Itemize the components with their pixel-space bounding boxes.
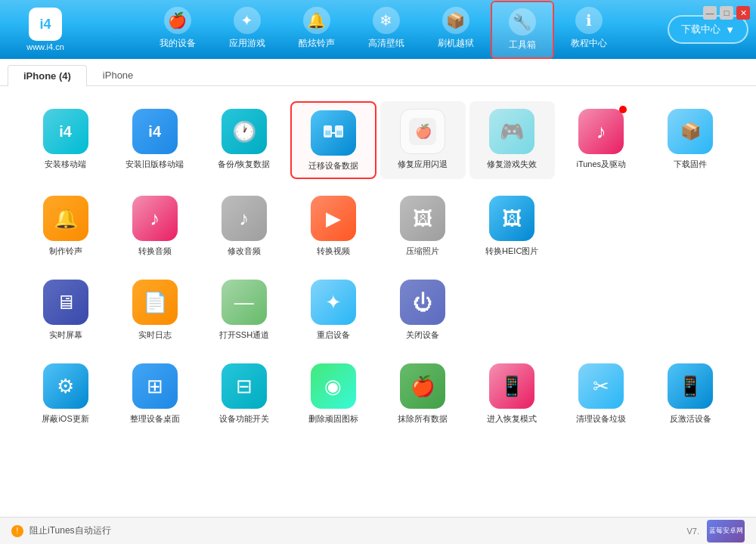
nav-item-wallpapers[interactable]: ❄高清壁纸: [352, 1, 421, 59]
convert-heic-label: 转换HEIC图片: [485, 246, 538, 257]
tool-make-ringtone[interactable]: 🔔制作铃声: [23, 188, 108, 263]
svg-text:▤: ▤: [325, 129, 331, 136]
logo-url: www.i4.cn: [26, 42, 64, 51]
compress-photo-icon: 🖼: [400, 196, 445, 241]
tool-shutdown[interactable]: ⏻关闭设备: [380, 272, 466, 347]
migrate-data-label: 迁移设备数据: [308, 160, 358, 172]
tool-migrate-data[interactable]: ▤▤迁移设备数据: [290, 101, 376, 179]
download-firmware-icon: 📦: [668, 109, 713, 154]
open-ssh-label: 打开SSH通道: [219, 329, 270, 341]
header: i4 www.i4.cn 🍎我的设备✦应用游戏🔔酷炫铃声❄高清壁纸📦刷机越狱🔧工…: [0, 0, 756, 59]
apps-games-label: 应用游戏: [229, 37, 265, 50]
fix-game-label: 修复游戏失效: [487, 159, 537, 170]
toolbox-label: 工具箱: [509, 39, 536, 51]
backup-restore-label: 备份/恢复数据: [218, 159, 270, 170]
close-button[interactable]: ✕: [736, 6, 750, 20]
tool-anti-activate[interactable]: 📱反激活设备: [648, 356, 733, 431]
install-old-label: 安装旧版移动端: [125, 159, 184, 170]
tool-fix-app[interactable]: 🍎修复应用闪退: [380, 101, 466, 179]
toolbox-icon: 🔧: [509, 8, 536, 36]
fix-audio-label: 修改音频: [228, 246, 261, 257]
blueberry-text: 蓝莓安卓网: [709, 527, 743, 535]
tool-reboot[interactable]: ✦重启设备: [290, 272, 376, 347]
tabs-bar: iPhone (4)iPhone: [0, 59, 756, 86]
tool-organize-desktop[interactable]: ⊞整理设备桌面: [112, 356, 197, 431]
tool-recovery-mode[interactable]: 📱进入恢复模式: [469, 356, 555, 431]
erase-all-label: 抹除所有数据: [398, 413, 448, 425]
tool-realtime-screen[interactable]: 🖥实时屏幕: [23, 272, 108, 347]
tool-convert-audio[interactable]: ♪转换音频: [112, 188, 197, 263]
reboot-label: 重启设备: [317, 329, 350, 341]
tool-row-2: 🖥实时屏幕📄实时日志—打开SSH通道✦重启设备⏻关闭设备: [23, 272, 733, 347]
tool-download-firmware[interactable]: 📦下载固件: [648, 101, 733, 179]
organize-desktop-label: 整理设备桌面: [130, 413, 180, 425]
statusbar: ! 阻止iTunes自动运行 V7. 蓝莓安卓网: [0, 517, 756, 544]
tutorials-icon: ℹ: [575, 7, 603, 34]
tool-itunes-driver[interactable]: ♪iTunes及驱动: [559, 101, 644, 179]
tool-backup-restore[interactable]: 🕐备份/恢复数据: [201, 101, 287, 179]
tool-erase-all[interactable]: 🍎抹除所有数据: [380, 356, 466, 431]
nav-item-my-device[interactable]: 🍎我的设备: [143, 1, 212, 59]
recovery-mode-icon: 📱: [489, 363, 534, 409]
install-old-icon: i4: [132, 109, 178, 154]
itunes-status-label: 阻止iTunes自动运行: [29, 524, 111, 537]
reboot-icon: ✦: [311, 280, 356, 325]
restore-button[interactable]: □: [720, 6, 733, 20]
nav-item-ringtones[interactable]: 🔔酷炫铃声: [282, 1, 352, 59]
tool-realtime-log[interactable]: 📄实时日志: [112, 272, 197, 347]
ringtones-label: 酷炫铃声: [299, 37, 335, 50]
nav-bar: 🍎我的设备✦应用游戏🔔酷炫铃声❄高清壁纸📦刷机越狱🔧工具箱ℹ教程中心: [98, 1, 668, 59]
tool-convert-video[interactable]: ▶转换视频: [290, 188, 376, 263]
organize-desktop-icon: ⊞: [132, 363, 178, 409]
tool-install-old[interactable]: i4安装旧版移动端: [112, 101, 197, 179]
nav-item-toolbox[interactable]: 🔧工具箱: [491, 1, 554, 59]
logo-char: i4: [39, 17, 51, 32]
blueberry-logo: 蓝莓安卓网: [707, 520, 745, 542]
realtime-log-label: 实时日志: [138, 329, 172, 341]
tool-compress-photo[interactable]: 🖼压缩照片: [380, 188, 466, 263]
make-ringtone-label: 制作铃声: [49, 246, 82, 257]
svg-text:🍎: 🍎: [415, 123, 432, 140]
ringtones-icon: 🔔: [303, 7, 330, 34]
tool-delete-stubborn[interactable]: ◉删除顽固图标: [290, 356, 376, 431]
block-ios-update-icon: ⚙: [43, 363, 88, 409]
anti-activate-icon: 📱: [668, 363, 713, 409]
make-ringtone-icon: 🔔: [43, 196, 88, 241]
tool-block-ios-update[interactable]: ⚙屏蔽iOS更新: [23, 356, 108, 431]
nav-item-tutorials[interactable]: ℹ教程中心: [554, 1, 624, 59]
tool-convert-heic[interactable]: 🖼转换HEIC图片: [469, 188, 555, 263]
tool-fix-audio[interactable]: ♪修改音频: [201, 188, 287, 263]
tool-row-1: 🔔制作铃声♪转换音频♪修改音频▶转换视频🖼压缩照片🖼转换HEIC图片: [23, 188, 733, 263]
logo[interactable]: i4 www.i4.cn: [8, 8, 83, 51]
shutdown-icon: ⏻: [400, 280, 445, 325]
tool-fix-game[interactable]: 🎮修复游戏失效: [469, 101, 555, 179]
fix-app-icon: 🍎: [400, 109, 445, 154]
status-left: ! 阻止iTunes自动运行: [11, 524, 111, 537]
empty-cell: [559, 272, 644, 347]
tool-open-ssh[interactable]: —打开SSH通道: [201, 272, 287, 347]
minimize-button[interactable]: —: [703, 6, 717, 20]
erase-all-icon: 🍎: [400, 363, 445, 409]
svg-text:▤: ▤: [336, 129, 342, 136]
fix-app-label: 修复应用闪退: [398, 159, 448, 170]
migrate-data-icon: ▤▤: [311, 110, 356, 156]
nav-item-jailbreak[interactable]: 📦刷机越狱: [421, 1, 491, 59]
fix-game-icon: 🎮: [489, 109, 534, 154]
tool-clean-junk[interactable]: ✂清理设备垃圾: [559, 356, 644, 431]
download-btn-label: 下载中心: [681, 23, 720, 36]
wallpapers-label: 高清壁纸: [368, 37, 404, 50]
itunes-driver-icon: ♪: [578, 109, 624, 154]
realtime-log-icon: 📄: [132, 280, 178, 325]
tutorials-label: 教程中心: [571, 37, 607, 50]
tool-feature-toggle[interactable]: ⊟设备功能开关: [201, 356, 287, 431]
tool-row-0: i4安装移动端i4安装旧版移动端🕐备份/恢复数据▤▤迁移设备数据🍎修复应用闪退🎮…: [23, 101, 733, 179]
realtime-screen-icon: 🖥: [43, 280, 88, 325]
nav-item-apps-games[interactable]: ✦应用游戏: [212, 1, 282, 59]
tab-iphone[interactable]: iPhone: [87, 64, 149, 85]
tool-install-app[interactable]: i4安装移动端: [23, 101, 108, 179]
tab-iphone4[interactable]: iPhone (4): [8, 65, 87, 86]
jailbreak-icon: 📦: [442, 7, 469, 34]
jailbreak-label: 刷机越狱: [438, 37, 474, 50]
convert-video-icon: ▶: [311, 196, 356, 241]
block-ios-update-label: 屏蔽iOS更新: [42, 413, 88, 425]
